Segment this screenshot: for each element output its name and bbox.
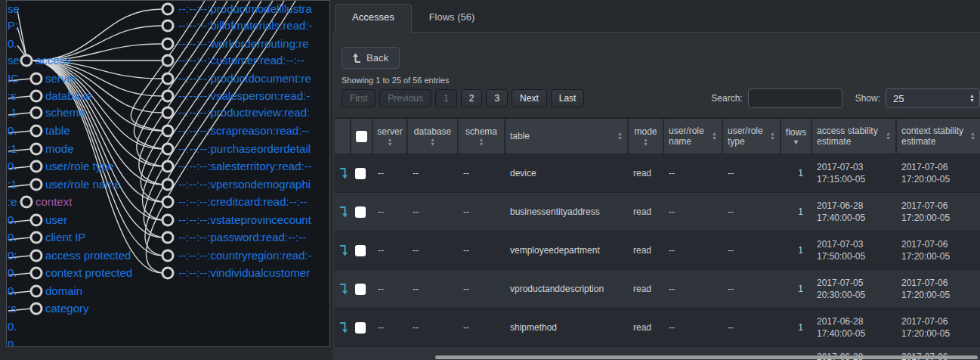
column-header-table[interactable]: table ▲▼ <box>504 119 627 154</box>
graph-node-label[interactable]: client IP <box>45 231 85 244</box>
page-button-3[interactable]: 3 <box>486 89 508 107</box>
graph-access-label[interactable]: --:--:--:workorderrouting:re <box>178 37 309 50</box>
cell-access-estimate: 2017-06-2817:40:00-05 <box>811 193 895 231</box>
graph-node-label[interactable]: database <box>45 89 92 102</box>
back-button[interactable]: Back <box>342 47 400 69</box>
graph-node-mode[interactable] <box>31 144 42 154</box>
graph-node-label[interactable]: context protected <box>45 266 132 279</box>
column-header-user-role-name[interactable]: user/role name ▲▼ <box>663 119 722 154</box>
graph-access-label[interactable]: --:--:--:vindividualcustomer <box>178 266 310 279</box>
graph-node-client-IP[interactable] <box>31 232 42 243</box>
graph-access-node[interactable] <box>162 39 173 49</box>
level-down-icon[interactable] <box>339 206 348 219</box>
graph-node-label[interactable]: server <box>45 72 77 85</box>
graph-node-label[interactable]: access protected <box>45 249 131 262</box>
graph-node-label[interactable]: table <box>45 124 70 137</box>
graph-access-node[interactable] <box>162 232 173 243</box>
graph-access-node[interactable] <box>162 20 173 31</box>
graph-access-node[interactable] <box>162 268 173 278</box>
column-header-flows[interactable]: flows ▼ <box>780 119 811 154</box>
graph-node-label[interactable]: schema <box>45 106 85 119</box>
graph-node-label[interactable]: category <box>45 302 89 315</box>
tab-accesses[interactable]: Accesses <box>335 4 412 33</box>
level-down-icon[interactable] <box>339 321 348 334</box>
graph-access-label[interactable]: --:--:--:creditcard:read:--:-- <box>178 195 308 208</box>
graph-node-label[interactable]: user/role type <box>45 160 114 172</box>
graph-node-context-protected[interactable] <box>31 268 42 278</box>
graph-node-label[interactable]: domain <box>45 284 82 297</box>
row-checkbox[interactable] <box>355 284 366 295</box>
graph-panel: se--:--:--:productmodelillustraP:--:--:-… <box>6 0 330 347</box>
graph-access-label[interactable]: --:--:--:vpersondemographi <box>178 178 311 191</box>
graph-access-node[interactable] <box>162 144 173 154</box>
tab-flows[interactable]: Flows (56) <box>412 4 493 32</box>
graph-node-access-protected[interactable] <box>31 250 42 261</box>
graph-access-node[interactable] <box>162 107 173 118</box>
row-checkbox[interactable] <box>355 322 366 334</box>
row-checkbox[interactable] <box>355 168 366 179</box>
graph-access-node[interactable] <box>162 197 173 207</box>
graph-node-user[interactable] <box>31 215 42 225</box>
graph-node-server[interactable] <box>31 73 42 84</box>
cell-server <box>372 347 407 360</box>
graph-access-node[interactable] <box>162 126 173 136</box>
graph-node-table[interactable] <box>31 126 42 136</box>
graph-access-label[interactable]: --:--:--:password:read:--:-- <box>178 231 306 244</box>
level-down-icon[interactable] <box>339 167 348 180</box>
graph-node-label[interactable]: user <box>45 213 67 226</box>
graph-node-schema[interactable] <box>31 107 42 118</box>
graph-access-label[interactable]: --:--:--:purchaseorderdetail <box>178 142 311 155</box>
show-select[interactable]: 25 ▲▼ <box>886 88 980 108</box>
graph-node-label[interactable]: mode <box>45 142 74 155</box>
graph-node-user-role-name[interactable] <box>31 179 42 190</box>
graph-access-node[interactable] <box>162 4 173 14</box>
graph-access-label[interactable]: --:--:--:productmodelillustra <box>178 2 312 15</box>
select-all-checkbox[interactable] <box>356 131 367 142</box>
graph-node-label[interactable]: user/role name <box>45 178 121 191</box>
graph-node-context[interactable] <box>21 197 32 207</box>
column-header-database[interactable]: database ▲▼ <box>407 119 457 154</box>
graph-access-node[interactable] <box>162 55 173 66</box>
graph-access-node[interactable] <box>162 179 173 190</box>
graph-access-label[interactable]: --:--:--:salesterritory:read:-- <box>178 160 312 172</box>
column-header-access-estimate[interactable]: access stability estimate ▲▼ <box>811 119 895 154</box>
graph-access-node[interactable] <box>162 91 173 101</box>
graph-node-database[interactable] <box>31 91 42 101</box>
graph-access-node[interactable] <box>162 250 173 261</box>
column-header-mode[interactable]: mode ▲▼ <box>627 119 663 154</box>
tab-accesses-label: Accesses <box>352 11 394 23</box>
graph-node-label[interactable]: context <box>36 195 73 208</box>
column-header-user-role-type[interactable]: user/role type ▲▼ <box>722 119 780 154</box>
search-input[interactable] <box>748 88 842 108</box>
graph-access-label[interactable]: --:--:--:productreview:read: <box>178 106 310 119</box>
column-header-server[interactable]: server ▲▼ <box>372 119 407 154</box>
row-checkbox[interactable] <box>355 245 366 256</box>
graph-node-access[interactable] <box>21 55 32 66</box>
level-down-icon[interactable] <box>339 283 348 296</box>
horizontal-scrollbar[interactable] <box>435 355 978 359</box>
page-button-next[interactable]: Next <box>512 89 547 107</box>
column-header-context-estimate[interactable]: context stability estimate ▲▼ <box>895 119 980 154</box>
graph-node-category[interactable] <box>31 303 42 314</box>
column-header-schema[interactable]: schema ▲▼ <box>457 119 504 154</box>
graph-access-label[interactable]: --:--:--:countryregion:read:- <box>178 249 312 262</box>
page-button-2[interactable]: 2 <box>461 89 483 107</box>
row-checkbox[interactable] <box>355 206 366 218</box>
level-down-icon[interactable] <box>339 244 348 257</box>
column-header-select[interactable] <box>350 119 372 154</box>
graph-node-label[interactable]: access <box>36 54 71 67</box>
page-button-last[interactable]: Last <box>551 89 585 107</box>
graph-access-label[interactable]: --:--:--:productdocument:re <box>178 72 311 85</box>
graph-access-label[interactable]: --:--:--:customer:read:--:-- <box>178 54 305 67</box>
cell-mode: read <box>627 270 663 308</box>
graph-node-user-role-type[interactable] <box>31 161 42 172</box>
graph-access-node[interactable] <box>162 161 173 172</box>
graph-access-label[interactable]: --:--:--:vstateprovincecount <box>178 213 312 226</box>
graph-access-label[interactable]: --:--:--:scrapreason:read:-- <box>178 124 309 137</box>
access-graph[interactable]: se--:--:--:productmodelillustraP:--:--:-… <box>7 1 329 346</box>
graph-access-node[interactable] <box>162 215 173 225</box>
graph-access-node[interactable] <box>162 73 173 84</box>
graph-node-domain[interactable] <box>31 286 42 296</box>
graph-access-label[interactable]: --:--:--:billofmaterials:read:- <box>178 19 313 32</box>
graph-access-label[interactable]: --:--:--:vsalesperson:read:- <box>178 89 310 102</box>
